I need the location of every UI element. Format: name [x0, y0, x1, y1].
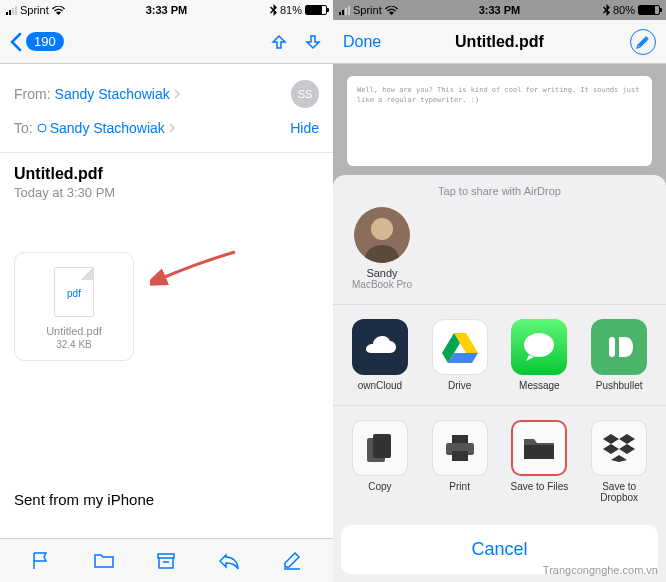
files-icon — [511, 420, 567, 476]
reply-icon[interactable] — [218, 550, 240, 572]
pdf-file-icon: pdf — [54, 267, 94, 317]
to-label: To: — [14, 120, 33, 136]
app-drive[interactable]: Drive — [423, 319, 497, 391]
back-button[interactable]: 190 — [10, 32, 64, 52]
unread-badge: 190 — [26, 32, 64, 51]
airdrop-hint: Tap to share with AirDrop — [347, 185, 652, 197]
to-value: Sandy Stachowiak — [50, 120, 165, 136]
battery-icon — [638, 5, 660, 15]
signal-icon — [339, 6, 350, 15]
arrow-annotation — [150, 247, 240, 287]
wifi-icon — [385, 6, 398, 15]
hide-button[interactable]: Hide — [290, 120, 319, 136]
svg-rect-8 — [452, 435, 468, 443]
chevron-right-icon — [174, 89, 180, 99]
document-preview: Well, how are you? This is kind of cool … — [347, 76, 652, 166]
status-bar: Sprint 3:33 PM 80% — [333, 0, 666, 20]
svg-rect-5 — [609, 337, 615, 357]
app-label: Drive — [448, 380, 471, 391]
bluetooth-icon — [603, 4, 610, 16]
svg-point-0 — [38, 124, 46, 132]
time-label: 3:33 PM — [479, 4, 521, 16]
markup-button[interactable] — [630, 29, 656, 55]
pushbullet-icon — [591, 319, 647, 375]
battery-icon — [305, 5, 327, 15]
app-owncloud[interactable]: ownCloud — [343, 319, 417, 391]
chevron-left-icon — [10, 32, 22, 52]
done-button[interactable]: Done — [343, 33, 381, 51]
action-label: Print — [449, 481, 470, 492]
svg-rect-7 — [373, 434, 391, 458]
email-header: From: Sandy Stachowiak SS To: Sandy Stac… — [0, 64, 333, 153]
flag-icon[interactable] — [30, 550, 52, 572]
right-screenshot: Sprint 3:33 PM 80% Done Untitled.pdf Wel… — [333, 0, 666, 582]
svg-rect-1 — [158, 554, 174, 558]
nav-bar: 190 — [0, 20, 333, 64]
left-screenshot: Sprint 3:33 PM 81% 190 From: Sandy Stach… — [0, 0, 333, 582]
share-sheet: Tap to share with AirDrop Sandy MacBook … — [333, 175, 666, 582]
contact-avatar — [354, 207, 410, 263]
contact-name: Sandy — [366, 267, 397, 279]
app-row: ownCloud Drive Message Pushbullet — [333, 305, 666, 406]
from-row[interactable]: From: Sandy Stachowiak SS — [14, 74, 319, 114]
email-signature: Sent from my iPhone — [0, 477, 168, 522]
app-label: ownCloud — [358, 380, 402, 391]
airdrop-section: Tap to share with AirDrop Sandy MacBook … — [333, 175, 666, 305]
action-label: Save to Files — [510, 481, 568, 492]
to-row[interactable]: To: Sandy Stachowiak Hide — [14, 114, 319, 142]
owncloud-icon — [352, 319, 408, 375]
watermark: Trangcongnghe.com.vn — [543, 564, 658, 576]
compose-icon[interactable] — [281, 550, 303, 572]
app-message[interactable]: Message — [503, 319, 577, 391]
markup-icon — [636, 35, 650, 49]
attachment-size: 32.4 KB — [25, 339, 123, 350]
archive-icon[interactable] — [155, 550, 177, 572]
print-icon — [432, 420, 488, 476]
from-value: Sandy Stachowiak — [55, 86, 170, 102]
drive-icon — [432, 319, 488, 375]
battery-percent: 80% — [613, 4, 635, 16]
app-pushbullet[interactable]: Pushbullet — [582, 319, 656, 391]
action-label: Save to Dropbox — [582, 481, 656, 503]
nav-title: Untitled.pdf — [455, 33, 544, 51]
action-print[interactable]: Print — [423, 420, 497, 503]
svg-rect-10 — [452, 451, 468, 461]
copy-icon — [352, 420, 408, 476]
folder-icon[interactable] — [93, 550, 115, 572]
email-date: Today at 3:30 PM — [14, 185, 319, 200]
contact-device: MacBook Pro — [352, 279, 412, 290]
recipient-icon — [37, 123, 47, 133]
wifi-icon — [52, 6, 65, 15]
message-icon — [511, 319, 567, 375]
action-copy[interactable]: Copy — [343, 420, 417, 503]
action-save-to-dropbox[interactable]: Save to Dropbox — [582, 420, 656, 503]
chevron-right-icon — [169, 123, 175, 133]
signal-icon — [6, 6, 17, 15]
time-label: 3:33 PM — [146, 4, 188, 16]
svg-point-3 — [371, 218, 393, 240]
avatar: SS — [291, 80, 319, 108]
svg-rect-11 — [524, 445, 554, 459]
nav-bar: Done Untitled.pdf — [333, 20, 666, 64]
battery-percent: 81% — [280, 4, 302, 16]
action-label: Copy — [368, 481, 391, 492]
email-subject: Untitled.pdf — [14, 165, 319, 183]
airdrop-contact[interactable]: Sandy MacBook Pro — [347, 207, 417, 290]
attachment-name: Untitled.pdf — [25, 325, 123, 337]
toolbar — [0, 538, 333, 582]
bluetooth-icon — [270, 4, 277, 16]
dropbox-icon — [591, 420, 647, 476]
carrier-label: Sprint — [353, 4, 382, 16]
carrier-label: Sprint — [20, 4, 49, 16]
svg-point-4 — [524, 333, 554, 357]
attachment-card[interactable]: pdf Untitled.pdf 32.4 KB — [14, 252, 134, 361]
status-bar: Sprint 3:33 PM 81% — [0, 0, 333, 20]
app-label: Pushbullet — [596, 380, 643, 391]
attachment-area: pdf Untitled.pdf 32.4 KB — [0, 212, 333, 381]
up-arrow-icon[interactable] — [269, 32, 289, 52]
action-row: Copy Print Save to Files Save to Dropbox — [333, 406, 666, 517]
from-label: From: — [14, 86, 51, 102]
app-label: Message — [519, 380, 560, 391]
action-save-to-files[interactable]: Save to Files — [503, 420, 577, 503]
down-arrow-icon[interactable] — [303, 32, 323, 52]
